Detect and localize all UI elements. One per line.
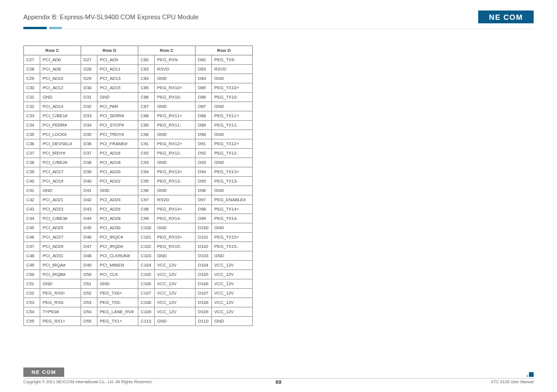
signal-cell: PCI_PERR# [40,121,81,130]
pin-cell: D46 [81,233,98,242]
signal-cell: GND [98,186,138,195]
footer-decoration-icon [527,372,534,377]
table-row: C37PCI_IRDY#D37PCI_AD16C92PEG_RX12-D92PE… [24,149,253,158]
pin-cell: D44 [81,214,98,223]
table-row: C36PCI_DEVSEL#D36PCI_FRAME#C91PEG_RX12+D… [24,139,253,149]
table-row: C28PCI_AD8D28PCI_AD11C83RSVDD83RSVD [24,65,253,74]
pin-cell: D97 [196,195,212,205]
table-row: C49PCI_IRQA#D49PCI_M66ENC104VCC_12VD104V… [24,261,253,270]
signal-cell: PCI_AD16 [98,149,138,158]
pin-cell: C109 [138,307,155,317]
page-number: 69 [276,379,281,385]
signal-cell: VCC_12V [212,261,253,270]
pin-cell: C103 [138,251,155,261]
pin-cell: C98 [138,205,155,214]
signal-cell: RSVD [155,195,196,205]
signal-cell: PEG_TX10+ [212,83,253,93]
table-row: C33PCI_C/BE1#D33PCI_SERR#C88PEG_RX11+D88… [24,111,253,121]
pin-cell: C30 [24,83,40,93]
pin-cell: D51 [81,279,98,289]
pin-cell: C93 [138,158,155,167]
signal-cell: PCI_CLKRUN# [98,251,138,261]
pin-cell: D28 [81,65,98,74]
pin-cell: C53 [24,298,40,307]
signal-cell: PEG_TX15+ [212,233,253,242]
signal-cell: RSVD [212,65,253,74]
signal-cell: VCC_12V [212,307,253,317]
pin-cell: D37 [81,149,98,158]
pin-cell: C84 [138,74,155,83]
signal-cell: PEG_RX9- [155,55,196,65]
pin-cell: C33 [24,111,40,121]
signal-cell: GND [155,186,196,195]
signal-cell: GND [212,317,253,326]
copyright-text: Copyright © 2011 NEXCOM International Co… [23,380,152,384]
signal-cell: PCI_AD29 [40,242,81,251]
pin-cell: D102 [196,242,212,251]
signal-cell: VCC_12V [155,289,196,298]
col-header-row-d-2: Row D [196,46,253,55]
signal-cell: PCI_AD11 [98,65,138,74]
signal-cell: PCI_IRQA# [40,261,81,270]
table-row: C40PCI_AD19D40PCI_AD22C95PEG_RX13-D95PEG… [24,177,253,186]
doc-reference: VTC 6120 User Manual [491,380,534,384]
pin-cell: D47 [81,242,98,251]
signal-cell: PCI_AD23 [40,205,81,214]
signal-cell: VCC_12V [155,270,196,279]
signal-cell: PCI_C/BE1# [40,111,81,121]
pin-cell: C99 [138,214,155,223]
signal-cell: PEG_TX14- [212,214,253,223]
pin-cell: D83 [196,65,212,74]
signal-cell: PCI_DEVSEL# [40,139,81,149]
pin-cell: D85 [196,83,212,93]
pin-cell: C106 [138,279,155,289]
signal-cell: PEG_RX14+ [155,205,196,214]
pin-cell: D82 [196,55,212,65]
content-area: Row C Row D Row C Row D C27PCI_AD6D27PCI… [23,46,534,326]
signal-cell: PEG_TX1+ [98,317,138,326]
pin-cell: D45 [81,223,98,233]
signal-cell: GND [212,251,253,261]
signal-cell: TYPE0# [40,307,81,317]
pin-cell: C85 [138,83,155,93]
pin-cell: C38 [24,158,40,167]
signal-cell: GND [155,74,196,83]
signal-cell: PCI_AD13 [98,74,138,83]
signal-cell: PCI_AD28 [98,214,138,223]
pin-cell: D43 [81,205,98,214]
pin-cell: C108 [138,298,155,307]
pin-cell: C54 [24,307,40,317]
signal-cell: PCI_AD12 [40,83,81,93]
signal-cell: PCI_AD17 [40,167,81,177]
pin-cell: D31 [81,93,98,102]
signal-cell: PCI_AD27 [40,233,81,242]
signal-cell: VCC_12V [212,279,253,289]
table-row: C47PCI_AD29D47PCI_IRQD#C102PEG_RX15-D102… [24,242,253,251]
header-title: Appendix B: Express-MV-SL9400 COM Expres… [23,13,199,20]
pin-cell: C89 [138,121,155,130]
pin-cell: D42 [81,195,98,205]
pin-cell: C49 [24,261,40,270]
signal-cell: PCI_AD14 [40,102,81,111]
pin-cell: C86 [138,93,155,102]
signal-cell: PEG_RX12+ [155,139,196,149]
pin-cell: C35 [24,130,40,139]
signal-cell: PCI_AD24 [98,195,138,205]
table-row: C27PCI_AD6D27PCI_AD9C82PEG_RX9-D82PEG_TX… [24,55,253,65]
pin-cell: D38 [81,158,98,167]
signal-cell: PCI_AD6 [40,55,81,65]
signal-cell: PEG_TX12- [212,149,253,158]
signal-cell: PCI_AD20 [98,167,138,177]
signal-cell: PEG_RX14- [155,214,196,223]
signal-cell: PEG_RX12- [155,149,196,158]
col-header-row-d-1: Row D [81,46,138,55]
logo-nexcom-icon: NE COM [478,10,534,23]
signal-cell: PCI_AD15 [98,83,138,93]
pin-cell: D98 [196,205,212,214]
signal-cell: PCI_CLK [98,270,138,279]
table-row: C46PCI_AD27D46PCI_IRQC#C101PEG_RX15+D101… [24,233,253,242]
pin-cell: D30 [81,83,98,93]
pin-cell: D93 [196,158,212,167]
table-row: C44PCI_C/BE3#D44PCI_AD28C99PEG_RX14-D99P… [24,214,253,223]
table-row: C45PCI_AD25D45PCI_AD30C100GNDD100GND [24,223,253,233]
